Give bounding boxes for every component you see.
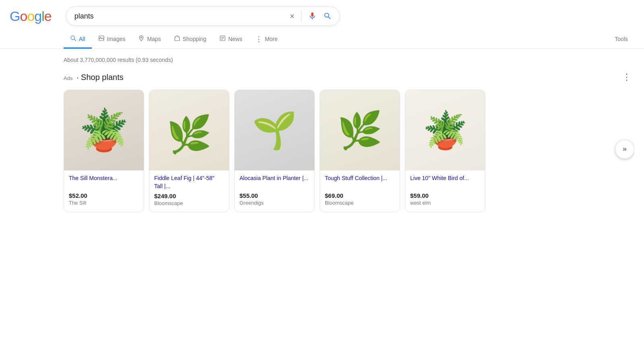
search-bar: plants × (66, 6, 340, 26)
news-icon (219, 35, 226, 41)
product-info-1: The Sill Monstera... $52.00 The Sill (64, 170, 144, 211)
product-info-4: Tough Stuff Collection |... $69.00 Bloom… (320, 170, 400, 211)
tab-more-label: More (265, 36, 278, 42)
tab-news[interactable]: News (213, 30, 249, 49)
product-price-3: $55.00 (239, 192, 310, 199)
shopping-icon (174, 35, 180, 41)
product-image-1: 🪴 (64, 90, 144, 170)
mic-icon (308, 12, 317, 21)
tab-images[interactable]: Images (92, 30, 132, 49)
product-seller-3: Greendigs (239, 200, 310, 206)
tab-tools[interactable]: Tools (608, 31, 634, 48)
next-products-button[interactable]: » (615, 140, 634, 159)
search-bar-wrapper: plants × (66, 6, 340, 26)
tab-all-label: All (79, 36, 85, 42)
product-image-4: 🌿 (320, 90, 400, 170)
next-icon: » (623, 145, 627, 153)
product-seller-2: Bloomscape (154, 200, 224, 206)
tab-tools-label: Tools (615, 36, 628, 42)
product-title-1: The Sill Monstera... (69, 174, 139, 190)
images-tab-icon (98, 35, 105, 43)
logo-g2: g (34, 8, 41, 24)
tab-news-label: News (228, 36, 242, 42)
shop-title: Ads · Shop plants (64, 73, 124, 82)
product-seller-5: west elm (410, 200, 480, 206)
shopping-tab-icon (174, 35, 180, 43)
tab-shopping-label: Shopping (183, 36, 206, 42)
product-info-3: Alocasia Plant in Planter |... $55.00 Gr… (235, 170, 314, 211)
news-tab-icon (219, 35, 226, 43)
tab-images-label: Images (107, 36, 126, 42)
product-image-5: 🪴 (405, 90, 485, 170)
product-card-2[interactable]: 🌿 Fiddle Leaf Fig | 44"-58" Tall |... $2… (149, 90, 229, 212)
google-logo[interactable]: Google (10, 8, 52, 24)
tab-shopping[interactable]: Shopping (167, 30, 213, 49)
ads-label: Ads (64, 75, 72, 81)
product-card-3[interactable]: 🌱 Alocasia Plant in Planter |... $55.00 … (234, 90, 315, 212)
clear-button[interactable]: × (288, 10, 296, 23)
all-search-icon (70, 35, 76, 41)
more-tab-icon: ⋮ (255, 35, 262, 43)
product-price-2: $249.00 (154, 193, 224, 199)
logo-o2: o (27, 8, 34, 24)
product-card-5[interactable]: 🪴 Live 10" White Bird of... $59.00 west … (405, 90, 485, 212)
product-seller-4: Bloomscape (325, 200, 395, 206)
shop-header: Ads · Shop plants ⋮ (64, 71, 634, 83)
more-options-icon: ⋮ (622, 72, 631, 82)
product-image-3: 🌱 (235, 90, 314, 170)
product-image-2: 🌿 (149, 90, 229, 170)
product-price-1: $52.00 (69, 192, 139, 199)
product-price-5: $59.00 (410, 192, 480, 199)
search-button[interactable] (322, 10, 334, 22)
product-card-4[interactable]: 🌿 Tough Stuff Collection |... $69.00 Blo… (320, 90, 400, 212)
nav-tabs: All Images Maps Shopping (0, 30, 644, 49)
search-input[interactable]: plants (74, 12, 285, 21)
svg-point-4 (141, 37, 142, 38)
product-price-4: $69.00 (325, 192, 395, 199)
clear-icon: × (290, 12, 295, 21)
image-icon (98, 35, 105, 41)
product-grid: 🪴 The Sill Monstera... $52.00 The Sill 🌿… (64, 90, 634, 212)
product-info-2: Fiddle Leaf Fig | 44"-58" Tall |... $249… (149, 170, 229, 212)
maps-icon (138, 35, 144, 41)
shop-section: Ads · Shop plants ⋮ 🪴 The Sill Monstera.… (0, 67, 644, 220)
search-icon (323, 12, 332, 21)
ads-dot: · (76, 73, 81, 82)
product-card-1[interactable]: 🪴 The Sill Monstera... $52.00 The Sill (64, 90, 144, 212)
search-tab-icon (70, 35, 76, 43)
voice-search-button[interactable] (306, 10, 318, 22)
shop-title-text: Shop plants (81, 73, 124, 82)
maps-tab-icon (138, 35, 144, 43)
tab-more[interactable]: ⋮ More (249, 31, 284, 49)
product-info-5: Live 10" White Bird of... $59.00 west el… (405, 170, 485, 211)
tab-maps-label: Maps (147, 36, 161, 42)
logo-e: e (44, 8, 52, 24)
logo-g: G (10, 8, 20, 24)
product-title-3: Alocasia Plant in Planter |... (239, 174, 310, 190)
header: Google plants × (0, 0, 644, 30)
results-info: About 3,770,000,000 results (0.93 second… (0, 49, 644, 67)
svg-line-1 (74, 39, 76, 41)
results-count: About 3,770,000,000 results (0.93 second… (64, 57, 173, 63)
product-seller-1: The Sill (69, 200, 139, 206)
tab-all[interactable]: All (64, 30, 92, 49)
svg-point-0 (71, 36, 74, 39)
product-title-5: Live 10" White Bird of... (410, 174, 480, 190)
logo-o1: o (20, 8, 27, 24)
tab-maps[interactable]: Maps (132, 30, 167, 49)
product-title-4: Tough Stuff Collection |... (325, 174, 395, 190)
product-title-2: Fiddle Leaf Fig | 44"-58" Tall |... (154, 174, 224, 190)
shop-more-options-button[interactable]: ⋮ (619, 71, 634, 83)
search-divider (301, 10, 301, 22)
